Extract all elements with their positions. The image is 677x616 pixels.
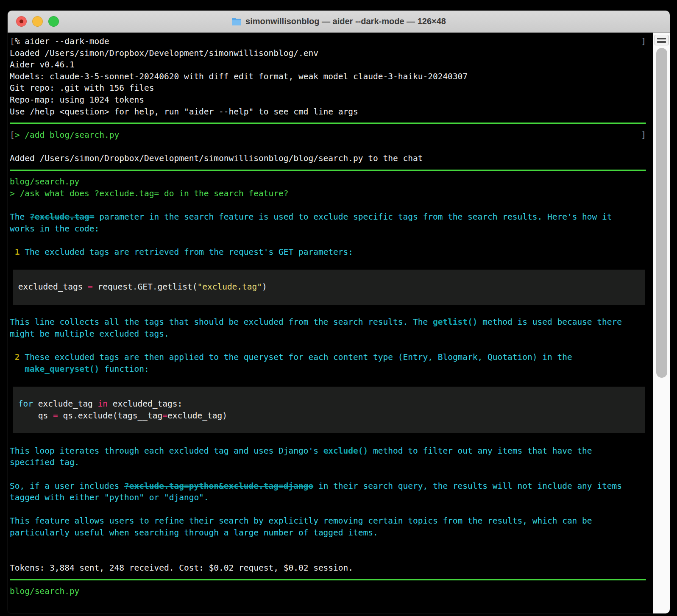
traffic-lights <box>16 11 59 32</box>
terminal-window: simonwillisonblog — aider --dark-mode — … <box>8 11 670 613</box>
close-button[interactable] <box>16 16 27 27</box>
blank-line <box>10 305 653 317</box>
scrollbar-top-button[interactable] <box>655 35 669 45</box>
blank-line <box>10 141 653 153</box>
tokens-cost-line: Tokens: 3,884 sent, 248 received. Cost: … <box>10 562 653 574</box>
blank-line <box>10 550 653 562</box>
separator-rule <box>10 117 653 129</box>
window-title-text: simonwillisonblog — aider --dark-mode — … <box>245 17 446 26</box>
answer-paragraph: This feature allows users to refine thei… <box>10 515 653 527</box>
scrollbar[interactable] <box>653 33 670 613</box>
separator-rule-bar <box>10 123 646 124</box>
add-command-line: [> /add blog/search.py] <box>10 129 653 141</box>
code-line: excluded_tags = request.GET.getlist("exc… <box>13 281 645 293</box>
chat-file-line: blog/search.py <box>10 585 653 597</box>
answer-paragraph: tagged with either "python" or "django". <box>10 492 653 504</box>
blank-line <box>10 199 653 211</box>
folder-icon <box>231 17 242 26</box>
chat-file-line: blog/search.py <box>10 176 653 188</box>
code-block-padding <box>13 422 645 434</box>
models-line: Models: claude-3-5-sonnet-20240620 with … <box>10 71 653 83</box>
blank-line <box>10 340 653 351</box>
blank-line <box>10 433 653 445</box>
answer-paragraph: This loop iterates through each excluded… <box>10 445 653 457</box>
code-block-padding <box>13 387 645 399</box>
minimize-button[interactable] <box>32 16 43 27</box>
terminal-content[interactable]: [% aider --dark-mode]Loaded /Users/simon… <box>8 33 653 613</box>
separator-rule <box>10 164 653 176</box>
separator-rule-bar <box>10 170 646 171</box>
answer-paragraph: works in the code: <box>10 223 653 235</box>
answer-paragraph: specified tag. <box>10 457 653 468</box>
answer-paragraph: So, if a user includes ?exclude.tag=pyth… <box>10 480 653 492</box>
answer-paragraph: This line collects all the tags that sho… <box>10 316 653 328</box>
answer-paragraph: The ?exclude.tag= parameter in the searc… <box>10 211 653 223</box>
env-loaded-line: Loaded /Users/simon/Dropbox/Development/… <box>10 47 653 59</box>
blank-line <box>10 468 653 480</box>
code-block-padding <box>13 293 645 305</box>
help-hint-line: Use /help <question> for help, run "aide… <box>10 106 653 118</box>
list-item-2-cont: make_queryset() function: <box>10 363 653 375</box>
added-file-line: Added /Users/simon/Dropbox/Development/s… <box>10 153 653 164</box>
shell-command-line: [% aider --dark-mode] <box>10 36 653 47</box>
window-title: simonwillisonblog — aider --dark-mode — … <box>231 17 446 26</box>
window-body: [% aider --dark-mode]Loaded /Users/simon… <box>8 33 670 613</box>
separator-rule-bar <box>10 579 646 580</box>
code-block: for exclude_tag in excluded_tags: qs = q… <box>13 387 645 433</box>
aider-version-line: Aider v0.46.1 <box>10 59 653 71</box>
answer-paragraph: particularly useful when searching throu… <box>10 527 653 539</box>
blank-line <box>10 375 653 387</box>
repo-map-line: Repo-map: using 1024 tokens <box>10 94 653 106</box>
ask-command-line: > /ask what does ?exclude.tag= do in the… <box>10 188 653 200</box>
blank-line <box>10 539 653 551</box>
scrollbar-thumb[interactable] <box>656 48 667 378</box>
code-block: excluded_tags = request.GET.getlist("exc… <box>13 270 645 305</box>
titlebar[interactable]: simonwillisonblog — aider --dark-mode — … <box>8 11 670 33</box>
git-repo-line: Git repo: .git with 156 files <box>10 82 653 94</box>
zoom-button[interactable] <box>48 16 59 27</box>
code-line: for exclude_tag in excluded_tags: <box>13 398 645 410</box>
blank-line <box>10 504 653 516</box>
code-block-padding <box>13 270 645 282</box>
list-item-1: 1 The excluded tags are retrieved from t… <box>10 246 653 258</box>
blank-line <box>10 258 653 270</box>
blank-line <box>10 234 653 246</box>
separator-rule <box>10 574 653 585</box>
answer-paragraph: might be multiple excluded tags. <box>10 328 653 340</box>
list-item-2: 2 These excluded tags are then applied t… <box>10 351 653 363</box>
code-line: qs = qs.exclude(tags__tag=exclude_tag) <box>13 410 645 422</box>
